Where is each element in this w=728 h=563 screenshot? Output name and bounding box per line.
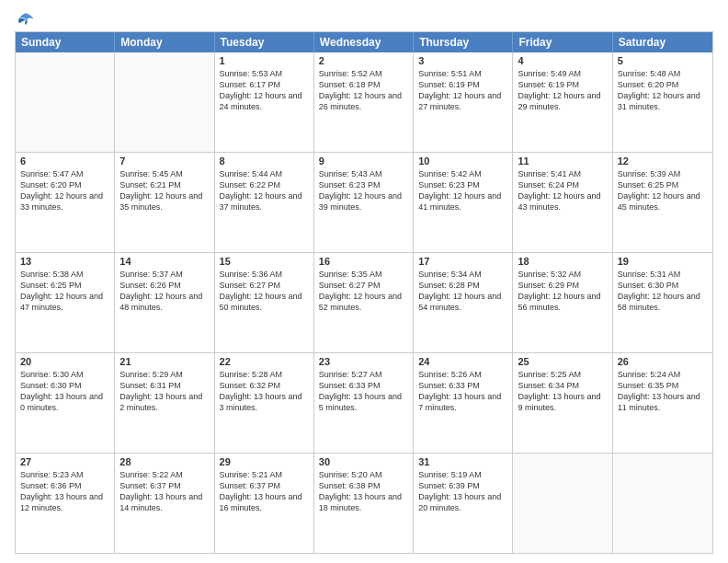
day-info: Sunrise: 5:24 AM Sunset: 6:35 PM Dayligh… [618,369,708,414]
day-number: 3 [418,55,507,66]
calendar-cell: 25Sunrise: 5:25 AM Sunset: 6:34 PM Dayli… [513,353,612,453]
day-number: 22 [220,356,309,367]
day-number: 27 [20,456,109,467]
day-info: Sunrise: 5:37 AM Sunset: 6:26 PM Dayligh… [119,269,209,314]
calendar-cell [115,52,214,152]
day-info: Sunrise: 5:41 AM Sunset: 6:24 PM Dayligh… [518,168,607,213]
day-number: 2 [319,55,408,66]
calendar-cell: 7Sunrise: 5:45 AM Sunset: 6:21 PM Daylig… [115,153,214,252]
calendar-cell: 9Sunrise: 5:43 AM Sunset: 6:23 PM Daylig… [314,153,414,252]
day-number: 25 [518,356,607,367]
calendar-row-4: 27Sunrise: 5:23 AM Sunset: 6:36 PM Dayli… [16,453,712,553]
day-number: 11 [518,155,607,167]
calendar-cell: 28Sunrise: 5:22 AM Sunset: 6:37 PM Dayli… [115,454,214,553]
calendar-cell: 3Sunrise: 5:51 AM Sunset: 6:19 PM Daylig… [414,52,513,152]
day-info: Sunrise: 5:19 AM Sunset: 6:39 PM Dayligh… [418,469,507,514]
calendar-cell [16,52,115,152]
calendar-cell: 20Sunrise: 5:30 AM Sunset: 6:30 PM Dayli… [16,353,115,453]
calendar-row-1: 6Sunrise: 5:47 AM Sunset: 6:20 PM Daylig… [16,152,712,252]
day-info: Sunrise: 5:34 AM Sunset: 6:28 PM Dayligh… [418,269,507,314]
calendar-cell: 29Sunrise: 5:21 AM Sunset: 6:37 PM Dayli… [215,454,314,553]
day-number: 4 [518,55,607,66]
day-number: 30 [319,456,408,467]
calendar-cell: 21Sunrise: 5:29 AM Sunset: 6:31 PM Dayli… [115,353,214,453]
day-info: Sunrise: 5:48 AM Sunset: 6:20 PM Dayligh… [618,68,708,113]
day-number: 21 [119,356,209,367]
logo-bird-icon [17,11,35,29]
day-number: 29 [220,456,309,467]
day-info: Sunrise: 5:47 AM Sunset: 6:20 PM Dayligh… [20,168,109,213]
day-info: Sunrise: 5:39 AM Sunset: 6:25 PM Dayligh… [618,168,708,213]
day-number: 7 [119,155,209,167]
day-number: 1 [220,55,309,66]
calendar-cell: 31Sunrise: 5:19 AM Sunset: 6:39 PM Dayli… [414,454,513,553]
calendar-cell: 18Sunrise: 5:32 AM Sunset: 6:29 PM Dayli… [513,253,612,352]
header-cell-wednesday: Wednesday [314,32,414,52]
day-number: 8 [220,155,309,167]
day-info: Sunrise: 5:28 AM Sunset: 6:32 PM Dayligh… [220,369,309,414]
calendar-cell: 15Sunrise: 5:36 AM Sunset: 6:27 PM Dayli… [215,253,314,352]
day-number: 5 [618,55,708,66]
day-info: Sunrise: 5:31 AM Sunset: 6:30 PM Dayligh… [618,269,708,314]
day-number: 28 [119,456,209,467]
day-number: 18 [518,256,607,267]
day-info: Sunrise: 5:21 AM Sunset: 6:37 PM Dayligh… [220,469,309,514]
day-info: Sunrise: 5:52 AM Sunset: 6:18 PM Dayligh… [319,68,408,113]
day-number: 6 [20,155,109,167]
header-cell-monday: Monday [115,32,214,52]
calendar-header: SundayMondayTuesdayWednesdayThursdayFrid… [16,32,712,52]
day-info: Sunrise: 5:51 AM Sunset: 6:19 PM Dayligh… [418,68,507,113]
day-number: 31 [418,456,507,467]
page: SundayMondayTuesdayWednesdayThursdayFrid… [0,0,728,563]
calendar-cell: 19Sunrise: 5:31 AM Sunset: 6:30 PM Dayli… [613,253,712,352]
header-cell-friday: Friday [513,32,612,52]
calendar-cell: 4Sunrise: 5:49 AM Sunset: 6:19 PM Daylig… [513,52,612,152]
day-number: 24 [418,356,507,367]
day-info: Sunrise: 5:25 AM Sunset: 6:34 PM Dayligh… [518,369,607,414]
day-info: Sunrise: 5:53 AM Sunset: 6:17 PM Dayligh… [220,68,309,113]
day-number: 9 [319,155,408,167]
day-info: Sunrise: 5:32 AM Sunset: 6:29 PM Dayligh… [518,269,607,314]
logo [15,11,37,24]
day-number: 19 [618,256,708,267]
day-info: Sunrise: 5:20 AM Sunset: 6:38 PM Dayligh… [319,469,408,514]
calendar-cell: 16Sunrise: 5:35 AM Sunset: 6:27 PM Dayli… [314,253,414,352]
calendar-body: 1Sunrise: 5:53 AM Sunset: 6:17 PM Daylig… [16,52,712,553]
day-info: Sunrise: 5:29 AM Sunset: 6:31 PM Dayligh… [119,369,209,414]
calendar-cell: 17Sunrise: 5:34 AM Sunset: 6:28 PM Dayli… [414,253,513,352]
day-number: 12 [618,155,708,167]
day-number: 26 [618,356,708,367]
calendar-cell: 13Sunrise: 5:38 AM Sunset: 6:25 PM Dayli… [16,253,115,352]
day-info: Sunrise: 5:43 AM Sunset: 6:23 PM Dayligh… [319,168,408,213]
day-info: Sunrise: 5:23 AM Sunset: 6:36 PM Dayligh… [20,469,109,514]
day-info: Sunrise: 5:30 AM Sunset: 6:30 PM Dayligh… [20,369,109,414]
calendar-cell: 5Sunrise: 5:48 AM Sunset: 6:20 PM Daylig… [613,52,712,152]
header-cell-saturday: Saturday [613,32,712,52]
calendar-row-3: 20Sunrise: 5:30 AM Sunset: 6:30 PM Dayli… [16,352,712,453]
day-number: 10 [418,155,507,167]
day-info: Sunrise: 5:22 AM Sunset: 6:37 PM Dayligh… [119,469,209,514]
day-number: 15 [220,256,309,267]
calendar-row-0: 1Sunrise: 5:53 AM Sunset: 6:17 PM Daylig… [16,52,712,152]
day-info: Sunrise: 5:45 AM Sunset: 6:21 PM Dayligh… [119,168,209,213]
header-cell-sunday: Sunday [16,32,115,52]
calendar-cell: 2Sunrise: 5:52 AM Sunset: 6:18 PM Daylig… [314,52,414,152]
day-info: Sunrise: 5:38 AM Sunset: 6:25 PM Dayligh… [20,269,109,314]
calendar-cell: 22Sunrise: 5:28 AM Sunset: 6:32 PM Dayli… [215,353,314,453]
calendar-cell: 30Sunrise: 5:20 AM Sunset: 6:38 PM Dayli… [314,454,414,553]
header [15,11,713,24]
header-cell-tuesday: Tuesday [215,32,314,52]
header-cell-thursday: Thursday [414,32,513,52]
calendar-cell: 23Sunrise: 5:27 AM Sunset: 6:33 PM Dayli… [314,353,414,453]
day-number: 13 [20,256,109,267]
calendar-cell: 14Sunrise: 5:37 AM Sunset: 6:26 PM Dayli… [115,253,214,352]
calendar-cell: 11Sunrise: 5:41 AM Sunset: 6:24 PM Dayli… [513,153,612,252]
calendar-cell: 24Sunrise: 5:26 AM Sunset: 6:33 PM Dayli… [414,353,513,453]
calendar: SundayMondayTuesdayWednesdayThursdayFrid… [15,31,713,554]
calendar-cell [513,454,612,553]
calendar-cell: 26Sunrise: 5:24 AM Sunset: 6:35 PM Dayli… [613,353,712,453]
day-info: Sunrise: 5:49 AM Sunset: 6:19 PM Dayligh… [518,68,607,113]
day-info: Sunrise: 5:27 AM Sunset: 6:33 PM Dayligh… [319,369,408,414]
day-number: 23 [319,356,408,367]
day-number: 20 [20,356,109,367]
